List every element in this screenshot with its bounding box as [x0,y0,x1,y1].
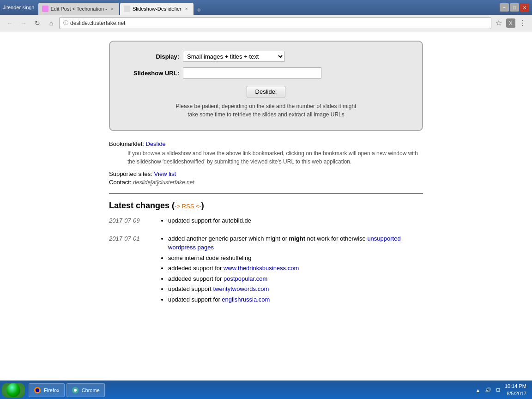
bookmarklet-link[interactable]: Deslide [146,140,166,147]
address-text: deslide.clusterfake.net [70,20,487,26]
display-label: Display: [124,53,179,60]
tray-network-icon[interactable]: ▲ [474,387,482,394]
changelog-date-2: 2017-07-01 [109,235,151,242]
taskbar-app-chrome[interactable]: Chrome [66,383,105,397]
supported-sites-line: Supported sites: View list [109,170,423,177]
extension-icon[interactable]: X [506,18,515,28]
bookmarklet-desc: If you browse a slideshow and have the a… [127,149,423,166]
supported-prefix: Supported sites: [109,170,152,177]
bookmark-star-button[interactable]: ☆ [493,18,504,29]
changelog-item-2-3: addeded support for www.thedrinksbusines… [168,264,423,273]
date-display: 8/5/2017 [505,390,526,397]
tray-time: 10:14 PM 8/5/2017 [505,383,526,397]
changelog-entry-1: 2017-07-09 updated support for autobild.… [109,216,423,227]
wordpress-link[interactable]: unsupported wordpress pages [168,235,401,251]
form-container: Display: Small images + titles + textLar… [109,41,423,131]
time-display: 10:14 PM [505,383,526,390]
postpopular-link[interactable]: postpopular.com [224,275,267,282]
englishrussia-link[interactable]: englishrussia.com [222,296,270,303]
changelog-entry-2: 2017-07-01 added another generic parser … [109,234,423,306]
tab-2-favicon [124,6,130,12]
changelog-item-2-5: updated support twentytwowords.com [168,284,423,294]
firefox-icon [34,387,41,394]
display-select[interactable]: Small images + titles + textLarge images… [183,51,284,62]
address-bar[interactable]: ⓘ deslide.clusterfake.net [59,17,491,29]
changelog-items-1: updated support for autobild.de [160,216,251,227]
close-button[interactable]: ✕ [520,3,529,12]
lock-icon: ⓘ [63,19,68,26]
changelog-items-2: added another generic parser which might… [160,234,423,306]
bookmarklet-line: Bookmarklet: Deslide [109,140,423,147]
button-row: Deslide! [124,86,408,97]
minimize-button[interactable]: − [500,3,509,12]
notice-line1: Please be patient; depending on the site… [176,103,357,109]
start-button[interactable] [2,383,25,398]
chrome-label: Chrome [82,387,100,393]
user-label: Jitender singh [3,5,35,10]
changelog-item-2-6: updated support for englishrussia.com [168,295,423,304]
rss-link[interactable]: -> RSS <- [175,203,201,210]
divider [109,193,423,193]
contact-line: Contact: deslide[at]clusterfake.net [109,179,423,186]
taskbar-app-firefox[interactable]: Firefox [29,383,65,397]
bookmarklet-prefix: Bookmarklet: [109,140,144,147]
tab-1-close[interactable]: × [109,6,115,12]
start-orb [6,383,20,397]
form-notice: Please be patient; depending on the site… [124,102,408,119]
url-label: Slideshow URL: [124,70,179,77]
tab-1-favicon [42,6,48,12]
deslide-button[interactable]: Deslide! [247,86,286,97]
menu-button[interactable]: ⋮ [517,18,528,29]
tab-2[interactable]: Slideshow-Deslidefier × [120,3,193,15]
taskbar: Firefox Chrome ▲ 🔊 ⊞ 10:14 PM 8/5/2017 [0,381,532,399]
back-button[interactable]: ← [4,17,16,29]
maximize-button[interactable]: □ [510,3,519,12]
tray-display-icon[interactable]: ⊞ [495,387,502,394]
rss-close-paren: ) [201,201,204,210]
notice-line2: take some time to retrieve the slides an… [187,111,344,118]
firefox-label: Firefox [44,387,60,393]
changelog-item-2-2: some internal code reshuffeling [168,254,423,263]
browser-window: Jitender singh Edit Post < Techonation -… [0,0,532,399]
new-tab-button[interactable]: + [194,6,204,15]
window-controls: − □ ✕ [500,3,529,12]
twentytwowords-link[interactable]: twentytwowords.com [213,285,269,292]
taskbar-tray: ▲ 🔊 ⊞ 10:14 PM 8/5/2017 [471,383,530,397]
changelog-item-2-4: addeded support for postpopular.com [168,274,423,284]
nav-right: ☆ X ⋮ [493,18,528,29]
changelog-date-1: 2017-07-09 [109,217,151,224]
drinksbusiness-link[interactable]: www.thedrinksbusiness.com [224,265,299,272]
tab-2-close[interactable]: × [183,6,190,12]
svg-point-3 [74,389,77,392]
url-row: Slideshow URL: [124,67,408,79]
tray-volume-icon[interactable]: 🔊 [484,387,492,394]
forward-button[interactable]: → [18,17,30,29]
changelog-item-1-1: updated support for autobild.de [168,216,251,225]
refresh-button[interactable]: ↻ [31,17,43,29]
contact-prefix: Contact: [109,179,131,186]
changelog-item-2-1: added another generic parser which might… [168,234,423,252]
latest-changes-title: Latest changes [109,201,169,210]
nav-bar: ← → ↻ ⌂ ⓘ deslide.clusterfake.net ☆ X ⋮ [0,15,532,31]
home-button[interactable]: ⌂ [45,17,57,29]
latest-changes-header: Latest changes (-> RSS <-) [109,201,423,211]
display-row: Display: Small images + titles + textLar… [124,51,408,62]
chrome-icon [72,387,79,394]
title-bar: Jitender singh Edit Post < Techonation -… [0,0,532,15]
tab-1-label: Edit Post < Techonation - [51,6,107,12]
tab-2-label: Slideshow-Deslidefier [133,6,181,12]
svg-point-1 [36,388,39,392]
view-list-link[interactable]: View list [154,170,176,177]
content-area: Bookmarklet: Deslide If you browse a sli… [100,140,432,305]
contact-value: deslide[at]clusterfake.net [133,179,194,186]
page-content: Display: Small images + titles + textLar… [0,31,532,381]
tab-1[interactable]: Edit Post < Techonation - × [38,3,119,15]
url-input[interactable] [183,67,321,79]
tab-bar: Edit Post < Techonation - × Slideshow-De… [38,0,496,15]
